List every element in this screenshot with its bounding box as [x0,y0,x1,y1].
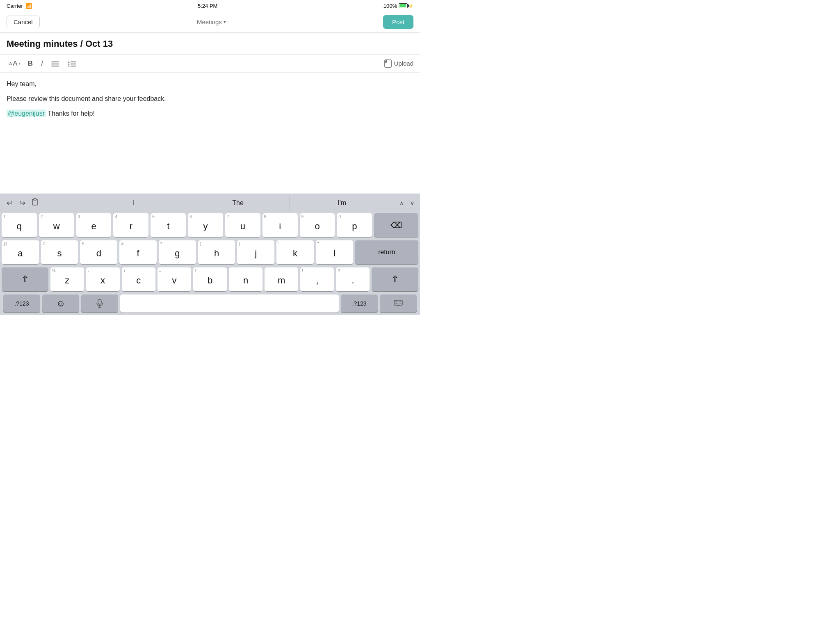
nav-bar: Cancel Meetings ▾ Post [0,11,420,33]
num-key-left[interactable]: .?123 [3,294,40,313]
shift-right-key[interactable]: ⇧ [372,267,418,291]
key-h[interactable]: ( h [198,240,235,264]
shift-left-icon: ⇧ [21,274,29,285]
key-j[interactable]: ) j [237,240,274,264]
editor-area[interactable]: Hey team, Please review this document an… [0,73,420,155]
num-key-right[interactable]: .?123 [341,294,378,313]
keyboard-bottom-row: .?123 ☺ .?123 [2,294,418,315]
keyboard-row-3: ⇧ % z - x + c = v / b ; [2,267,418,291]
upload-icon [384,59,392,68]
key-y[interactable]: 6 y [188,213,223,237]
paste-button[interactable] [29,196,43,210]
upload-label: Upload [394,60,413,67]
keyboard-rows: 1 q 2 w 3 e 4 r 5 t 6 y [0,212,420,315]
key-t[interactable]: 5 t [151,213,186,237]
suggestion-3[interactable]: I'm [290,194,394,212]
suggestion-1[interactable]: I [82,194,186,212]
keyboard-row-2: @ a # s $ d & f * g ( h [2,240,418,264]
font-size-button[interactable]: A A ▾ [7,58,23,69]
delete-key[interactable]: ⌫ [374,213,418,237]
svg-rect-7 [71,62,76,62]
wifi-icon: 📶 [25,3,32,9]
battery-icon: ⚡ [399,3,413,8]
document-title[interactable]: Meeting minutes / Oct 13 [7,39,413,49]
clipboard-icon [32,198,39,205]
svg-rect-11 [71,66,76,66]
key-d[interactable]: $ d [80,240,117,264]
keyboard: ↩ ↪ I The I'm ∧ ∨ 1 q [0,194,420,315]
key-q[interactable]: 1 q [2,213,37,237]
suggestion-2[interactable]: The [186,194,290,212]
space-key[interactable] [120,294,339,313]
svg-rect-16 [98,299,101,304]
key-comma[interactable]: ! , [300,267,334,291]
num-label-left: .?123 [14,300,29,307]
group-selector[interactable]: Meetings ▾ [197,18,226,25]
unordered-list-button[interactable] [48,59,63,68]
key-s[interactable]: # s [41,240,78,264]
autocomplete-down-arrow[interactable]: ∨ [408,198,417,208]
key-n[interactable]: ; n [229,267,262,291]
italic-button[interactable]: I [38,58,46,69]
key-z[interactable]: % z [50,267,84,291]
key-r[interactable]: 4 r [113,213,148,237]
shift-left-key[interactable]: ⇧ [2,267,48,291]
return-label: return [378,249,395,256]
redo-button[interactable]: ↪ [16,196,29,210]
key-i[interactable]: 8 i [262,213,298,237]
key-o[interactable]: 9 o [300,213,335,237]
svg-rect-9 [71,64,76,64]
key-b[interactable]: / b [193,267,227,291]
key-g[interactable]: * g [159,240,196,264]
ordered-list-button[interactable]: 1. 2. 3. [64,59,80,68]
key-c[interactable]: + c [122,267,155,291]
bold-button[interactable]: B [25,58,36,69]
num-label-right: .?123 [352,300,366,307]
svg-rect-3 [53,64,59,64]
key-w[interactable]: 2 w [39,213,74,237]
key-f[interactable]: & f [119,240,157,264]
return-key[interactable]: return [355,240,418,264]
editor-line-1: Hey team, [7,79,413,89]
font-size-chevron: ▾ [18,61,21,66]
mic-icon [96,299,103,308]
group-label: Meetings [197,18,222,25]
post-button[interactable]: Post [383,15,413,29]
key-u[interactable]: 7 u [225,213,260,237]
svg-rect-15 [34,199,36,200]
document-title-bar: Meeting minutes / Oct 13 [0,33,420,55]
editor-line-3: @eugenijusr Thanks for help! [7,109,413,119]
editor-line-3-suffix: Thanks for help! [46,110,95,117]
autocomplete-nav: ∧ ∨ [394,198,420,208]
mention-tag[interactable]: @eugenijusr [7,110,46,117]
autocomplete-suggestions: I The I'm [82,194,394,212]
cancel-button[interactable]: Cancel [7,16,40,28]
key-k[interactable]: ' k [276,240,314,264]
chevron-down-icon: ▾ [224,19,226,25]
mic-key[interactable] [81,294,118,313]
autocomplete-actions: ↩ ↪ [0,196,82,210]
emoji-key[interactable]: ☺ [42,294,79,313]
key-period[interactable]: ? . [336,267,370,291]
key-x[interactable]: - x [86,267,120,291]
ordered-list-icon: 1. 2. 3. [68,60,77,67]
key-e[interactable]: 3 e [76,213,112,237]
autocomplete-up-arrow[interactable]: ∧ [397,198,406,208]
carrier-label: Carrier [7,3,23,9]
editor-line-2: Please review this document and share yo… [7,94,413,104]
key-v[interactable]: = v [158,267,191,291]
undo-button[interactable]: ↩ [3,196,16,210]
battery-percent: 100% [383,3,397,9]
key-l[interactable]: " l [316,240,353,264]
key-a[interactable]: @ a [2,240,39,264]
time-label: 5:24 PM [198,3,217,9]
font-size-large-a: A [13,59,17,68]
key-m[interactable]: : m [265,267,298,291]
key-p[interactable]: 0 p [337,213,372,237]
svg-rect-5 [53,66,59,66]
delete-icon: ⌫ [390,220,402,230]
keyboard-hide-key[interactable] [380,294,417,313]
svg-rect-1 [53,62,59,62]
upload-button[interactable]: Upload [384,59,413,68]
status-left: Carrier 📶 [7,3,32,9]
